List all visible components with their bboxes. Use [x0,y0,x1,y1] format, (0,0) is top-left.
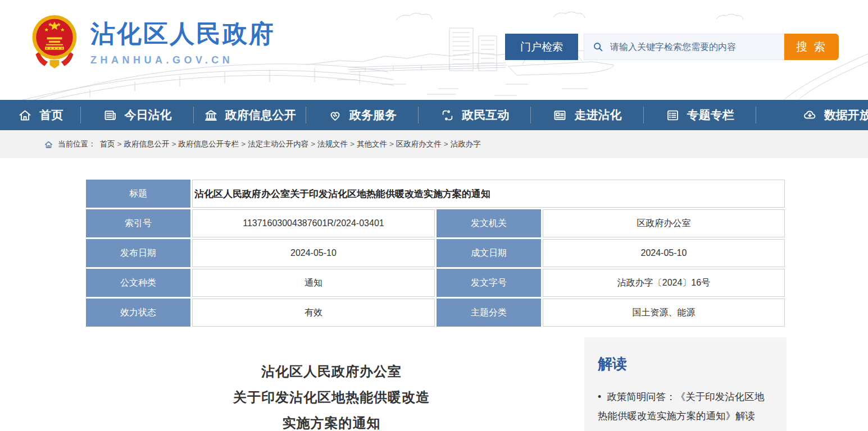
meta-value: 区政府办公室 [543,209,785,237]
interpretation-panel: 解读 •政策简明问答：《关于印发沾化区地热能供暖改造实施方案的通知》解读 [584,337,787,431]
site-header: 沾化区人民政府 ZHANHUA.GOV.CN 门户检索 搜 索 [0,0,868,100]
lower-section: 沾化区人民政府办公室关于印发沾化区地热能供暖改造实施方案的通知 解读 •政策简明… [84,337,868,431]
meta-value: 国土资源、能源 [543,299,785,327]
bank-icon [203,108,219,123]
breadcrumb-link[interactable]: 法定主动公开内容 [248,140,308,148]
meta-title-row: 标题沾化区人民政府办公室关于印发沾化区地热能供暖改造实施方案的通知 [86,180,785,208]
nav-item-label: 首页 [39,107,63,123]
home-icon [17,108,33,123]
site-domain: ZHANHUA.GOV.CN [90,54,275,66]
nav-item-3[interactable]: 政府信息公开 [194,107,306,123]
meta-row: 索引号11371603004387601R/2024-03401发文机关区政府办… [86,209,785,237]
meta-value: 11371603004387601R/2024-03401 [192,209,435,237]
meta-value: 有效 [192,299,435,327]
meta-value: 通知 [192,269,435,297]
portal-search-button[interactable]: 门户检索 [505,34,578,60]
meta-label: 成文日期 [437,239,541,267]
nav-item-label: 走进沾化 [574,107,621,123]
chat-cycle-icon [440,108,455,123]
nav-item-label: 政民互动 [462,107,509,123]
meta-value: 2024-05-10 [543,239,785,267]
breadcrumb: 当前位置： 首页>政府信息公开>政府信息公开专栏>法定主动公开内容>法规文件>其… [0,130,868,158]
meta-row: 公文种类通知发文字号沾政办字〔2024〕16号 [86,269,785,297]
nav-item-2[interactable]: 今日沾化 [81,107,193,123]
meta-label: 主题分类 [437,299,541,327]
meta-row: 发布日期2024-05-10成文日期2024-05-10 [86,239,785,267]
search-icon [592,41,605,53]
nav-item-4[interactable]: 政务服务 [306,107,418,123]
site-name: 沾化区人民政府 [90,17,275,51]
nav-item-label: 今日沾化 [125,107,172,123]
breadcrumb-separator: > [311,140,315,148]
bullet-icon: • [598,391,601,402]
list-icon [665,108,680,123]
nav-item-label: 政府信息公开 [225,107,296,123]
document-title-line: 关于印发沾化区地热能供暖改造 [84,384,579,410]
search-box [584,34,784,60]
meta-title-value: 沾化区人民政府办公室关于印发沾化区地热能供暖改造实施方案的通知 [192,180,785,208]
breadcrumb-separator: > [389,140,394,148]
meta-label: 发布日期 [86,239,190,267]
breadcrumb-trail: 首页>政府信息公开>政府信息公开专栏>法定主动公开内容>法规文件>其他文件>区政… [98,139,483,149]
nav-item-1[interactable]: 首页 [0,107,80,123]
breadcrumb-prefix: 当前位置： [58,139,96,149]
breadcrumb-separator: > [350,140,355,148]
breadcrumb-separator: > [117,140,122,148]
meta-label: 发文机关 [437,209,541,237]
nav-item-label: 数据开放 [824,107,868,123]
breadcrumb-separator: > [444,140,448,148]
meta-label: 索引号 [86,209,190,237]
meta-label: 发文字号 [437,269,541,297]
document-title: 沾化区人民政府办公室关于印发沾化区地热能供暖改造实施方案的通知 [84,337,579,431]
breadcrumb-link[interactable]: 首页 [100,140,115,148]
news-icon [103,108,118,123]
nav-item-label: 政务服务 [349,107,397,123]
nav-item-5[interactable]: 政民互动 [419,107,530,123]
document-title-line: 沾化区人民政府办公室 [84,359,579,384]
document-meta-table: 标题沾化区人民政府办公室关于印发沾化区地热能供暖改造实施方案的通知索引号1137… [84,178,787,328]
meta-value: 沾政办字〔2024〕16号 [543,269,785,297]
interpretation-item: •政策简明问答：《关于印发沾化区地热能供暖改造实施方案的通知》解读 [598,387,773,425]
meta-label: 公文种类 [86,269,190,297]
national-emblem-icon [31,13,78,70]
breadcrumb-link[interactable]: 法规文件 [317,140,348,148]
site-title-block: 沾化区人民政府 ZHANHUA.GOV.CN [90,17,275,66]
meta-table-body: 标题沾化区人民政府办公室关于印发沾化区地热能供暖改造实施方案的通知索引号1137… [86,180,785,327]
main-nav: 首页今日沾化政府信息公开政务服务政民互动走进沾化专题专栏数据开放 [0,100,868,130]
breadcrumb-link[interactable]: 政府信息公开 [124,140,169,148]
breadcrumb-separator: > [171,140,176,148]
meta-label: 效力状态 [86,299,190,327]
interpretation-list: •政策简明问答：《关于印发沾化区地热能供暖改造实施方案的通知》解读 [598,387,773,425]
card-icon [552,108,567,123]
nav-item-label: 专题专栏 [687,107,734,123]
breadcrumb-link[interactable]: 政府信息公开专栏 [178,140,239,148]
cloud-download-icon [802,108,817,123]
search-group: 门户检索 搜 索 [505,34,839,60]
search-submit-button[interactable]: 搜 索 [784,34,839,60]
nav-item-8[interactable]: 数据开放 [781,107,868,123]
meta-label-title: 标题 [86,180,190,208]
breadcrumb-link[interactable]: 其他文件 [357,140,387,148]
site-logo[interactable]: 沾化区人民政府 ZHANHUA.GOV.CN [31,13,275,70]
nav-item-6[interactable]: 走进沾化 [531,107,643,123]
breadcrumb-link[interactable]: 区政府办文件 [396,140,442,148]
handshake-heart-icon [328,108,343,123]
page-content: 标题沾化区人民政府办公室关于印发沾化区地热能供暖改造实施方案的通知索引号1137… [0,178,868,431]
interpretation-link[interactable]: 政策简明问答：《关于印发沾化区地热能供暖改造实施方案的通知》解读 [598,391,764,421]
search-input[interactable] [605,42,784,52]
document-title-line: 实施方案的通知 [84,410,579,431]
nav-separator [756,107,756,123]
interpretation-heading: 解读 [598,354,773,374]
meta-row: 效力状态有效主题分类国土资源、能源 [86,299,785,327]
breadcrumb-link[interactable]: 沾政办字 [451,140,481,148]
meta-value: 2024-05-10 [192,239,435,267]
breadcrumb-separator: > [241,140,246,148]
nav-item-7[interactable]: 专题专栏 [644,107,756,123]
home-location-icon [44,140,53,149]
